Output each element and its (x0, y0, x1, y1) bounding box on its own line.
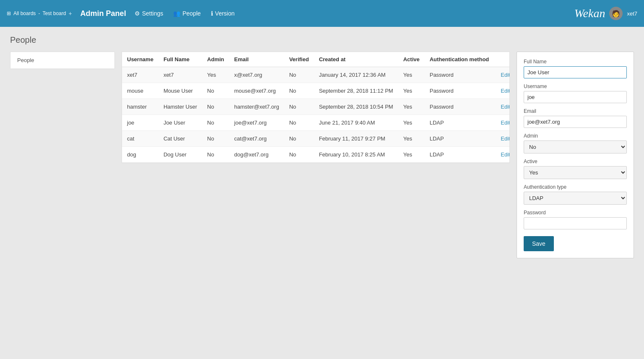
avatar[interactable]: 🧑 (609, 7, 623, 20)
breadcrumb-icon: ⊞ (7, 10, 11, 16)
table-cell: No (202, 115, 229, 131)
breadcrumb-board[interactable]: Test board (42, 10, 66, 16)
breadcrumb-boards[interactable]: All boards (13, 10, 36, 16)
table-cell: Cat User (158, 131, 202, 147)
table-cell: LDAP (425, 115, 494, 131)
admin-label: Admin (524, 133, 627, 139)
breadcrumb-add[interactable]: + (68, 10, 72, 17)
username-input[interactable] (524, 91, 627, 103)
table-row: joeJoe UserNojoe@xet7.orgNoJune 21, 2017… (122, 115, 510, 131)
people-icon: 👥 (173, 10, 180, 17)
table-cell: hamster (122, 99, 158, 115)
table-cell: LDAP (425, 131, 494, 147)
table-cell: Password (425, 67, 494, 83)
edit-button[interactable]: Edit (499, 87, 510, 95)
table-cell-edit: Edit (494, 83, 510, 99)
table-cell: mouse (122, 83, 158, 99)
nav-version-label: Version (215, 10, 235, 17)
header-left: ⊞ All boards - Test board + Admin Panel … (7, 9, 235, 18)
main-layout: People Username Full Name Admin Email Ve… (10, 52, 634, 258)
table-body: xet7xet7Yesx@xet7.orgNoJanuary 14, 2017 … (122, 67, 510, 163)
table-cell: Password (425, 99, 494, 115)
sidebar: People (10, 52, 115, 69)
sidebar-people-label: People (17, 57, 34, 63)
header: ⊞ All boards - Test board + Admin Panel … (0, 0, 644, 27)
admin-select[interactable]: NoYes (524, 140, 627, 153)
username-label: Username (524, 83, 627, 89)
table-cell: September 28, 2018 10:54 PM (314, 99, 398, 115)
header-right: Wekan 🧑 xet7 (574, 7, 637, 20)
table-row: catCat UserNocat@xet7.orgNoFebruary 11, … (122, 131, 510, 147)
table-cell: cat@xet7.org (229, 131, 284, 147)
breadcrumb: ⊞ All boards - Test board + (7, 10, 72, 17)
settings-icon: ⚙ (135, 10, 140, 17)
nav-people[interactable]: 👥 People (173, 10, 201, 17)
table-cell: dog@xet7.org (229, 147, 284, 163)
nav-settings[interactable]: ⚙ Settings (135, 10, 164, 17)
table-row: mouseMouse UserNomouse@xet7.orgNoSeptemb… (122, 83, 510, 99)
table-cell: No (284, 99, 314, 115)
col-username: Username (122, 52, 158, 67)
email-label: Email (524, 108, 627, 114)
table-cell: Mouse User (158, 83, 202, 99)
active-select[interactable]: YesNo (524, 166, 627, 179)
admin-field-group: Admin NoYes (524, 133, 627, 153)
table-cell: No (284, 147, 314, 163)
col-admin: Admin (202, 52, 229, 67)
email-input[interactable] (524, 116, 627, 128)
table-cell: January 14, 2017 12:36 AM (314, 67, 398, 83)
active-label: Active (524, 159, 627, 164)
table-cell: Password (425, 83, 494, 99)
table-row: xet7xet7Yesx@xet7.orgNoJanuary 14, 2017 … (122, 67, 510, 83)
table-cell: hamster@xet7.org (229, 99, 284, 115)
table-row: hamsterHamster UserNohamster@xet7.orgNoS… (122, 99, 510, 115)
table-cell: No (284, 131, 314, 147)
edit-button[interactable]: Edit (499, 103, 510, 111)
sidebar-item-people[interactable]: People (10, 52, 114, 69)
password-label: Password (524, 210, 627, 216)
edit-button[interactable]: Edit (499, 135, 510, 143)
table-cell: No (284, 115, 314, 131)
username-field-group: Username (524, 83, 627, 103)
auth-select[interactable]: LDAPPasswordGitHub (524, 192, 627, 205)
table-cell: No (284, 83, 314, 99)
nav-version[interactable]: ℹ Version (211, 10, 235, 17)
table-cell-edit: Edit (494, 131, 510, 147)
table-cell: cat (122, 131, 158, 147)
table-cell-edit: Edit (494, 99, 510, 115)
table-header: Username Full Name Admin Email Verified … (122, 52, 510, 67)
table-cell: x@xet7.org (229, 67, 284, 83)
edit-panel: Full Name Username Email Admin NoYes Act… (517, 52, 634, 258)
admin-panel-title: Admin Panel (80, 9, 126, 18)
table-cell: dog (122, 147, 158, 163)
fullname-input[interactable] (524, 66, 627, 78)
table-cell-edit: Edit (494, 147, 510, 163)
breadcrumb-sep: - (38, 10, 40, 16)
username-display: xet7 (627, 10, 637, 17)
table-container: Username Full Name Admin Email Verified … (122, 52, 510, 163)
table-cell-edit: Edit (494, 115, 510, 131)
col-verified: Verified (284, 52, 314, 67)
header-nav: ⚙ Settings 👥 People ℹ Version (135, 10, 235, 17)
password-field-group: Password (524, 210, 627, 229)
col-actions (494, 52, 510, 67)
users-table: Username Full Name Admin Email Verified … (122, 52, 510, 163)
table-cell: No (202, 147, 229, 163)
col-created: Created at (314, 52, 398, 67)
table-cell: February 11, 2017 9:27 PM (314, 131, 398, 147)
table-cell: joe (122, 115, 158, 131)
table-cell: joe@xet7.org (229, 115, 284, 131)
edit-button[interactable]: Edit (499, 119, 510, 127)
email-field-group: Email (524, 108, 627, 128)
table-cell: No (202, 99, 229, 115)
table-cell: Joe User (158, 115, 202, 131)
table-cell: Yes (202, 67, 229, 83)
table-cell: No (284, 67, 314, 83)
edit-button[interactable]: Edit (499, 71, 510, 79)
edit-button[interactable]: Edit (499, 151, 510, 159)
password-input[interactable] (524, 217, 627, 229)
table-cell: Yes (398, 67, 425, 83)
save-button[interactable]: Save (524, 236, 554, 251)
table-cell: LDAP (425, 147, 494, 163)
col-auth: Authentication method (425, 52, 494, 67)
